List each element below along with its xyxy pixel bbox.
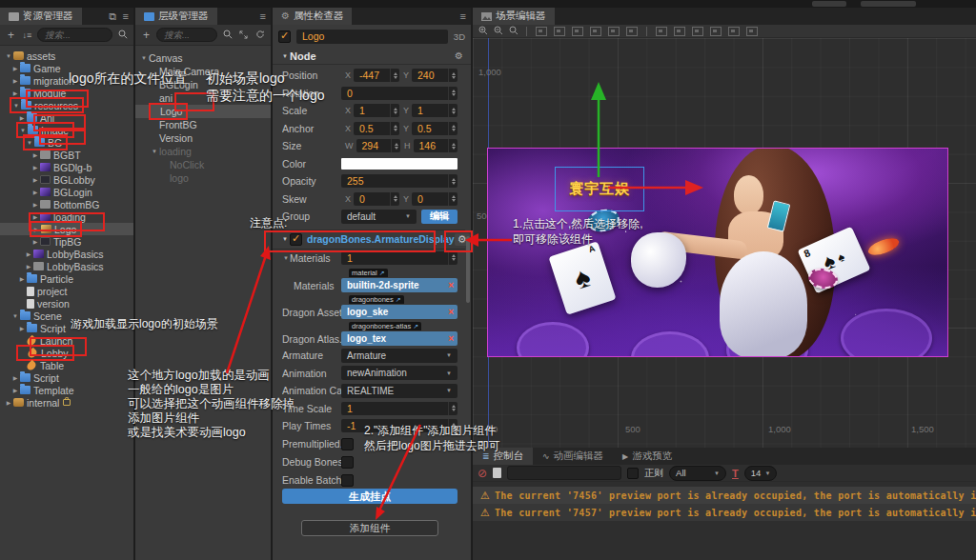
opacity-input[interactable]: 255	[341, 174, 458, 188]
asset-item-assets[interactable]: ▼assets	[0, 50, 133, 62]
create-node-button[interactable]: +	[140, 30, 152, 41]
regex-checkbox[interactable]	[627, 468, 639, 479]
float-panel-icon[interactable]: ⧉	[109, 10, 116, 23]
dragonbones-component-header[interactable]: ▼ dragonBones.ArmatureDisplay ⚙	[273, 230, 465, 250]
distribute-center-icon[interactable]	[692, 27, 703, 36]
expand-arrow-icon[interactable]: ▶	[31, 226, 41, 232]
console-warning-row[interactable]: ⚠The current '7457' preview port is alre…	[473, 504, 976, 521]
asset-item-version[interactable]: version	[0, 297, 133, 310]
collapse-arrow-icon[interactable]: ▼	[4, 53, 13, 59]
component-enabled-checkbox[interactable]	[290, 233, 302, 246]
armature-dropdown[interactable]: Armature▼	[341, 349, 458, 363]
align-right-icon[interactable]	[572, 27, 583, 36]
zoom-in-icon[interactable]	[477, 26, 489, 37]
debug-bones-checkbox[interactable]	[341, 456, 354, 469]
generate-socket-button[interactable]: 生成挂点	[282, 489, 458, 504]
asset-item-resources[interactable]: ▼resources	[0, 99, 133, 111]
enable-batch-checkbox[interactable]	[341, 474, 354, 487]
distribute-v-icon[interactable]	[674, 27, 685, 36]
add-component-button[interactable]: 添加组件	[301, 520, 438, 536]
expand-arrow-icon[interactable]: ▶	[30, 189, 40, 195]
asset-item-lobby[interactable]: Lobby	[0, 347, 133, 359]
asset-search-input[interactable]	[37, 28, 112, 42]
materials-count-input[interactable]: 1	[341, 251, 458, 265]
anchor-y-input[interactable]: 0.5	[412, 122, 458, 135]
skew-x-input[interactable]: 0	[354, 192, 399, 206]
time-scale-input[interactable]: 1	[341, 402, 458, 415]
node-item-noclick[interactable]: NoClick	[135, 158, 271, 171]
anchor-x-input[interactable]: 0.5	[354, 122, 399, 135]
expand-arrow-icon[interactable]: ▶	[30, 238, 40, 245]
asset-item-bgbt[interactable]: ▶BGBT	[0, 149, 133, 161]
position-y-input[interactable]: 240	[412, 69, 458, 82]
refresh-icon[interactable]	[254, 30, 266, 41]
align-top-icon[interactable]	[590, 27, 601, 36]
stretch-v-icon[interactable]	[728, 27, 740, 36]
tab-assets[interactable]: 资源管理器	[0, 8, 82, 25]
asset-item-bglobby[interactable]: ▶BGLobby	[0, 173, 133, 186]
align-middle-icon[interactable]	[608, 27, 620, 36]
animation-dropdown[interactable]: newAnimation▼	[341, 366, 458, 380]
tab-scene-editor[interactable]: 场景编辑器	[473, 8, 555, 25]
expand-arrow-icon[interactable]: ▶	[10, 65, 20, 71]
dragon-asset-field[interactable]: logo_ske×	[341, 305, 458, 319]
group-edit-button[interactable]: 编辑	[421, 210, 458, 224]
skew-y-input[interactable]: 0	[412, 192, 458, 206]
collapse-arrow-icon[interactable]: ▼	[280, 53, 290, 59]
asset-item-bglogin[interactable]: ▶BGLogin	[0, 186, 133, 198]
align-bottom-icon[interactable]	[626, 27, 638, 36]
expand-arrow-icon[interactable]: ▶	[17, 114, 27, 121]
asset-item-lobbybasics[interactable]: ▶LobbyBasics	[0, 248, 133, 260]
rotation-input[interactable]: 0	[341, 87, 458, 100]
collapse-arrow-icon[interactable]: ▼	[282, 255, 290, 261]
console-warning-row[interactable]: ⚠The current '7456' preview port is alre…	[473, 487, 976, 504]
size-w-input[interactable]: 294	[356, 139, 401, 152]
zoom-reset-icon[interactable]	[507, 26, 519, 37]
stretch-both-icon[interactable]	[746, 27, 758, 36]
panel-menu-icon[interactable]: ≡	[260, 10, 266, 23]
asset-item-bottombg[interactable]: ▶BottomBG	[0, 198, 133, 210]
tab-inspector[interactable]: ⚙ 属性检查器	[273, 8, 352, 25]
collapse-arrow-icon[interactable]: ▼	[25, 140, 34, 146]
align-left-icon[interactable]	[536, 27, 547, 36]
collapse-arrow-icon[interactable]: ▼	[150, 149, 159, 154]
asset-item-bgdlg-b[interactable]: ▶BGDlg-b	[0, 161, 133, 173]
size-h-input[interactable]: 146	[414, 139, 458, 152]
collapse-arrow-icon[interactable]: ▼	[18, 128, 28, 133]
asset-item-lobbybasics[interactable]: ▶LobbyBasics	[0, 260, 133, 272]
font-size-icon[interactable]: T	[732, 468, 739, 479]
expand-arrow-icon[interactable]: ▶	[4, 399, 13, 406]
expand-arrow-icon[interactable]: ▶	[30, 164, 40, 170]
collapse-arrow-icon[interactable]: ▼	[280, 236, 290, 242]
font-size-dropdown[interactable]: 14▼	[744, 466, 778, 481]
premultiplied-checkbox[interactable]	[341, 438, 354, 450]
node-item-logo[interactable]: logo	[135, 171, 271, 185]
remove-asset-icon[interactable]: ×	[448, 333, 454, 344]
node-item-version[interactable]: Version	[135, 131, 271, 145]
asset-item-logo[interactable]: ▶Logo	[0, 223, 133, 235]
asset-item-project[interactable]: project	[0, 285, 133, 297]
log-filter-dropdown[interactable]: All▼	[669, 466, 726, 481]
expand-arrow-icon[interactable]: ▶	[17, 275, 27, 282]
animation-cache-dropdown[interactable]: REALTIME▼	[341, 384, 458, 398]
top-toolbar-button[interactable]	[861, 1, 916, 7]
asset-item-internal[interactable]: ▶internal	[0, 396, 133, 409]
node-item-logo[interactable]: Logo	[135, 105, 271, 118]
game-canvas-preview[interactable]: A ♠ 8 ♠ ♠ 寰宇互娱	[487, 148, 948, 357]
mode-3d-toggle[interactable]: 3D	[454, 31, 465, 42]
asset-item-template[interactable]: ▶Template	[0, 384, 133, 396]
expand-arrow-icon[interactable]: ▶	[10, 90, 20, 96]
console-filter-input[interactable]	[507, 466, 621, 480]
inspector-scrollbar[interactable]	[466, 236, 470, 303]
expand-arrow-icon[interactable]: ▶	[17, 325, 27, 331]
collapse-arrow-icon[interactable]: ▼	[10, 313, 20, 319]
expand-arrow-icon[interactable]: ▶	[30, 176, 40, 183]
node-item-loading[interactable]: ▼loading	[135, 145, 271, 158]
top-toolbar-button[interactable]	[812, 1, 846, 7]
clear-console-icon[interactable]: ⊘	[478, 467, 487, 480]
collapse-arrow-icon[interactable]: ▼	[139, 55, 149, 61]
expand-all-icon[interactable]	[237, 30, 250, 41]
distribute-h-icon[interactable]	[656, 27, 667, 36]
expand-arrow-icon[interactable]: ▶	[30, 151, 40, 158]
tab-hierarchy[interactable]: 层级管理器	[135, 8, 217, 25]
